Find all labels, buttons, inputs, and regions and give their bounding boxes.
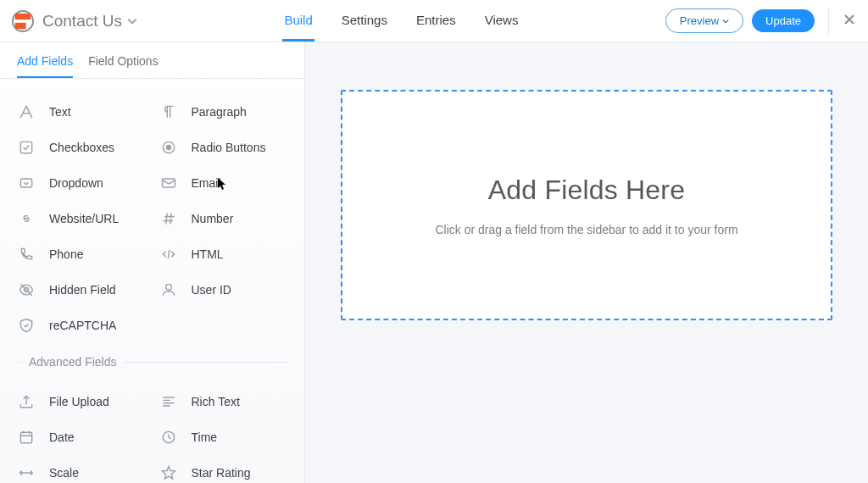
field-label: Hidden Field — [49, 283, 116, 297]
field-label: User ID — [192, 283, 231, 297]
sidebar: Add Fields Field Options Text Paragraph … — [0, 42, 305, 483]
text-icon — [17, 103, 36, 121]
preview-button[interactable]: Preview — [665, 8, 743, 33]
field-date[interactable]: Date — [10, 419, 153, 455]
field-label: Time — [192, 430, 218, 444]
field-dropdown[interactable]: Dropdown — [10, 165, 153, 201]
field-label: Email — [192, 176, 221, 190]
update-label: Update — [765, 14, 801, 27]
code-icon — [159, 245, 178, 264]
basic-fields-grid: Text Paragraph Checkboxes Radio Buttons … — [0, 79, 304, 348]
svg-rect-1 — [15, 22, 26, 28]
field-label: Dropdown — [49, 176, 103, 190]
field-label: Number — [192, 212, 234, 225]
field-label: HTML — [192, 247, 224, 261]
field-number[interactable]: Number — [153, 201, 295, 236]
update-button[interactable]: Update — [752, 9, 815, 32]
nav-build[interactable]: Build — [282, 1, 314, 42]
header-actions: Preview Update — [665, 7, 856, 36]
field-label: Date — [49, 430, 75, 444]
field-html[interactable]: HTML — [153, 236, 295, 272]
field-label: Radio Buttons — [192, 141, 266, 154]
phone-icon — [17, 245, 36, 264]
chevron-down-icon — [127, 16, 137, 26]
field-rich-text[interactable]: Rich Text — [153, 384, 295, 419]
svg-rect-6 — [162, 179, 175, 187]
user-icon — [159, 280, 178, 299]
field-label: File Upload — [49, 395, 109, 408]
close-button[interactable] — [843, 13, 856, 30]
field-recaptcha[interactable]: reCAPTCHA — [10, 308, 153, 343]
form-canvas: Add Fields Here Click or drag a field fr… — [305, 42, 868, 483]
calendar-icon — [17, 428, 36, 447]
field-label: Star Rating — [192, 466, 251, 480]
field-label: Website/URL — [49, 212, 119, 225]
advanced-fields-label: Advanced Fields — [29, 355, 117, 369]
nav-entries[interactable]: Entries — [415, 1, 458, 42]
logo-icon — [14, 12, 32, 31]
field-website[interactable]: Website/URL — [10, 201, 153, 236]
nav-settings[interactable]: Settings — [340, 1, 389, 42]
field-file-upload[interactable]: File Upload — [10, 384, 153, 419]
field-email[interactable]: Email — [153, 165, 295, 201]
scale-icon — [17, 464, 36, 482]
svg-rect-2 — [20, 142, 31, 153]
form-title-dropdown[interactable]: Contact Us — [42, 12, 137, 31]
star-icon — [159, 464, 178, 482]
field-text[interactable]: Text — [10, 94, 153, 130]
field-paragraph[interactable]: Paragraph — [153, 94, 295, 130]
field-label: Paragraph — [192, 105, 247, 119]
field-phone[interactable]: Phone — [10, 236, 153, 272]
main-nav: Build Settings Entries Views — [137, 1, 665, 42]
dropzone-title: Add Fields Here — [488, 175, 685, 206]
tab-field-options[interactable]: Field Options — [88, 54, 158, 78]
field-label: Checkboxes — [49, 141, 114, 154]
field-time[interactable]: Time — [153, 419, 295, 455]
advanced-fields-grid: File Upload Rich Text Date Time Scale St… — [0, 369, 304, 483]
preview-label: Preview — [680, 14, 719, 27]
link-icon — [17, 209, 36, 228]
checkbox-icon — [17, 138, 36, 157]
svg-rect-0 — [15, 13, 31, 19]
upload-icon — [17, 392, 36, 411]
email-icon — [159, 174, 178, 192]
field-label: Phone — [49, 247, 83, 261]
field-label: Scale — [49, 466, 79, 480]
field-label: Rich Text — [192, 395, 240, 408]
svg-point-8 — [165, 284, 171, 290]
field-radio[interactable]: Radio Buttons — [153, 130, 295, 165]
paragraph-icon — [159, 103, 178, 121]
field-hidden[interactable]: Hidden Field — [10, 272, 153, 308]
sidebar-tabs: Add Fields Field Options — [0, 42, 304, 79]
svg-rect-9 — [20, 432, 31, 443]
dropzone-subtitle: Click or drag a field from the sidebar t… — [435, 223, 737, 236]
shield-icon — [17, 316, 36, 335]
field-scale[interactable]: Scale — [10, 455, 153, 483]
hash-icon — [159, 209, 178, 228]
dropzone[interactable]: Add Fields Here Click or drag a field fr… — [341, 90, 832, 320]
field-checkboxes[interactable]: Checkboxes — [10, 130, 153, 165]
svg-rect-5 — [20, 179, 31, 187]
app-logo — [12, 10, 34, 32]
advanced-fields-heading: Advanced Fields — [0, 355, 304, 369]
svg-point-4 — [166, 146, 170, 150]
dropdown-icon — [17, 174, 36, 192]
nav-views[interactable]: Views — [483, 1, 520, 42]
field-label: reCAPTCHA — [49, 319, 116, 332]
field-label: Text — [49, 105, 71, 119]
field-userid[interactable]: User ID — [153, 272, 295, 308]
tab-add-fields[interactable]: Add Fields — [17, 54, 73, 78]
vertical-divider — [828, 7, 829, 36]
chevron-down-icon — [722, 18, 729, 25]
top-bar: Contact Us Build Settings Entries Views … — [0, 0, 868, 42]
radio-icon — [159, 138, 178, 157]
form-title-label: Contact Us — [42, 12, 122, 31]
clock-icon — [159, 428, 178, 447]
close-icon — [843, 13, 856, 26]
field-star[interactable]: Star Rating — [153, 455, 295, 483]
eye-off-icon — [17, 280, 36, 299]
main-area: Add Fields Field Options Text Paragraph … — [0, 42, 868, 483]
align-icon — [159, 392, 178, 411]
